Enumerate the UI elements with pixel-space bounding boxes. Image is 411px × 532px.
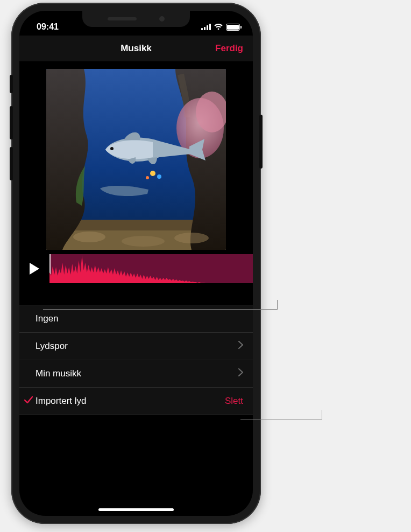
callout-line bbox=[43, 309, 278, 310]
music-options-list: Ingen Lydspor Min musikk bbox=[19, 305, 253, 415]
battery-icon bbox=[226, 24, 240, 31]
play-icon bbox=[29, 262, 40, 275]
notch bbox=[82, 11, 190, 27]
list-item-imported-audio[interactable]: Importert lyd Slett bbox=[19, 388, 253, 415]
callout-line bbox=[277, 300, 278, 310]
list-item-label: Min musikk bbox=[36, 368, 238, 379]
waveform-graphic bbox=[49, 254, 212, 283]
wifi-icon bbox=[214, 24, 223, 30]
svg-point-7 bbox=[157, 174, 161, 179]
power-button bbox=[259, 115, 263, 169]
callout-line bbox=[322, 410, 322, 419]
delete-button[interactable]: Slett bbox=[219, 396, 243, 407]
play-button[interactable] bbox=[19, 254, 49, 283]
cellular-icon bbox=[201, 24, 211, 30]
video-preview[interactable] bbox=[46, 69, 226, 250]
screen: 09:41 Musikk Ferdig bbox=[19, 11, 253, 516]
list-item-soundtracks[interactable]: Lydspor bbox=[19, 333, 253, 360]
svg-point-5 bbox=[110, 147, 114, 150]
silent-switch bbox=[10, 75, 13, 93]
home-indicator[interactable] bbox=[98, 508, 174, 511]
callout-line bbox=[240, 419, 322, 419]
list-item-label: Importert lyd bbox=[36, 396, 219, 407]
list-item-my-music[interactable]: Min musikk bbox=[19, 360, 253, 388]
volume-down-button bbox=[10, 147, 13, 180]
content-area: Ingen Lydspor Min musikk bbox=[19, 61, 253, 415]
speaker-grille bbox=[108, 17, 137, 20]
svg-point-10 bbox=[122, 236, 165, 247]
audio-timeline bbox=[19, 254, 253, 283]
status-time: 09:41 bbox=[32, 22, 59, 32]
done-button[interactable]: Ferdig bbox=[215, 43, 243, 54]
phone-frame: 09:41 Musikk Ferdig bbox=[11, 3, 261, 524]
status-icons bbox=[201, 24, 240, 31]
chevron-right-icon bbox=[238, 368, 243, 379]
page-title: Musikk bbox=[121, 43, 152, 54]
svg-point-9 bbox=[73, 232, 105, 242]
svg-point-11 bbox=[174, 233, 209, 243]
front-camera bbox=[159, 16, 165, 22]
preview-image bbox=[46, 69, 226, 250]
list-item-label: Ingen bbox=[36, 313, 243, 324]
svg-point-8 bbox=[146, 176, 149, 179]
checkmark-icon bbox=[23, 396, 34, 407]
svg-point-6 bbox=[150, 171, 155, 176]
nav-bar: Musikk Ferdig bbox=[19, 36, 253, 61]
volume-up-button bbox=[10, 106, 13, 139]
waveform[interactable] bbox=[49, 254, 253, 283]
chevron-right-icon bbox=[238, 341, 243, 352]
list-item-label: Lydspor bbox=[36, 341, 238, 352]
